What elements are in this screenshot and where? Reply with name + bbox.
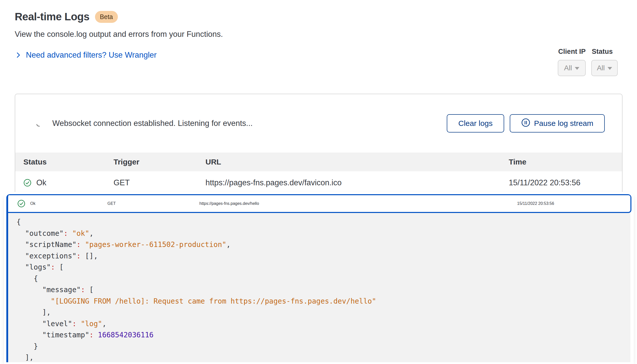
pause-log-stream-label: Pause log stream — [534, 119, 593, 128]
status-cell: Ok — [17, 200, 107, 208]
table-header: Status Trigger URL Time — [15, 153, 622, 171]
column-header-time: Time — [509, 158, 622, 166]
advanced-filters-link[interactable]: Need advanced filters? Use Wrangler — [15, 51, 623, 60]
status-value: All — [597, 64, 605, 72]
column-header-url: URL — [205, 158, 509, 166]
time-cell: 15/11/2022 20:53:56 — [509, 178, 622, 187]
clear-logs-button[interactable]: Clear logs — [447, 114, 504, 133]
beta-badge: Beta — [95, 11, 118, 23]
stream-toolbar: Websocket connection established. Listen… — [15, 94, 622, 153]
table-row-selected[interactable]: Ok GET https://pages-fns.pages.dev/hello… — [8, 194, 631, 213]
caret-down-icon — [608, 67, 612, 70]
pause-circle-icon — [521, 118, 530, 129]
chevron-right-icon — [15, 52, 22, 59]
caret-down-icon — [575, 67, 579, 70]
status-label: Status — [591, 48, 618, 56]
client-ip-value: All — [564, 64, 572, 72]
pause-log-stream-button[interactable]: Pause log stream — [510, 114, 605, 133]
check-circle-icon — [23, 179, 31, 187]
spinner-icon — [36, 120, 43, 127]
client-ip-label: Client IP — [558, 48, 586, 56]
status-dropdown[interactable]: All — [591, 60, 618, 76]
stream-status-message: Websocket connection established. Listen… — [52, 119, 253, 128]
url-cell: https://pages-fns.pages.dev/hello — [199, 201, 517, 206]
realtime-logs-page: Real-time Logs Beta View the console.log… — [0, 0, 637, 364]
time-cell: 15/11/2022 20:53:56 — [517, 201, 630, 206]
client-ip-dropdown[interactable]: All — [558, 60, 586, 76]
page-title: Real-time Logs — [15, 11, 89, 23]
status-text: Ok — [36, 178, 46, 187]
status-cell: Ok — [23, 178, 114, 187]
trigger-cell: GET — [114, 178, 205, 187]
check-circle-icon — [17, 200, 25, 208]
status-filter-group: Status All — [591, 48, 618, 76]
log-json-detail: { "outcome": "ok", "scriptName": "pages-… — [8, 213, 630, 362]
page-subtitle: View the console.log output and errors f… — [15, 30, 623, 39]
table-row[interactable]: Ok GET https://pages-fns.pages.dev/favic… — [15, 171, 622, 194]
client-ip-filter-group: Client IP All — [558, 48, 586, 76]
expanded-log-entry: Ok GET https://pages-fns.pages.dev/hello… — [6, 194, 631, 362]
column-header-status: Status — [23, 158, 114, 166]
filters: Client IP All Status All — [558, 48, 618, 76]
trigger-cell: GET — [107, 201, 199, 206]
column-header-trigger: Trigger — [114, 158, 205, 166]
status-text: Ok — [30, 201, 35, 206]
log-panel: Websocket connection established. Listen… — [15, 94, 623, 362]
wrangler-link-text[interactable]: Need advanced filters? Use Wrangler — [26, 51, 157, 60]
clear-logs-label: Clear logs — [458, 119, 492, 128]
page-header: Real-time Logs Beta — [15, 11, 623, 23]
url-cell: https://pages-fns.pages.dev/favicon.ico — [205, 178, 509, 187]
